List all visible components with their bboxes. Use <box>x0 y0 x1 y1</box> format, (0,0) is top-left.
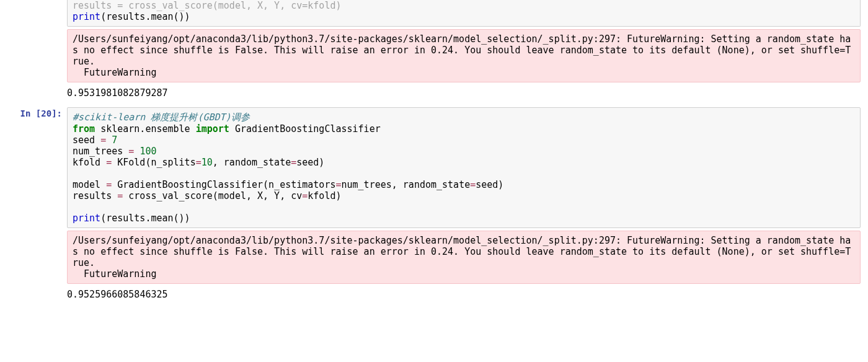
stdout-output: 0.9525966085846325 <box>67 285 868 306</box>
output-cell-prev-value: 0.9531981082879287 <box>0 84 868 105</box>
notebook: results = cross_val_score(model, X, Y, c… <box>0 0 868 306</box>
code-line-cut: results = cross_val_score(model, X, Y, c… <box>73 0 341 11</box>
code-line-blank2 <box>73 201 78 213</box>
code-line-seed: seed = 7 <box>73 135 117 146</box>
stderr-warning: /Users/sunfeiyang/opt/anaconda3/lib/pyth… <box>67 231 861 284</box>
code-input-prev[interactable]: results = cross_val_score(model, X, Y, c… <box>67 0 861 27</box>
stderr-warning: /Users/sunfeiyang/opt/anaconda3/lib/pyth… <box>67 29 861 82</box>
prompt-empty <box>0 0 67 27</box>
code-line-numtrees: num_trees = 100 <box>73 146 156 157</box>
code-input-20[interactable]: #scikit-learn 梯度提升树(GBDT)调参 from sklearn… <box>67 107 861 228</box>
code-cell-20: In [20]: #scikit-learn 梯度提升树(GBDT)调参 fro… <box>0 105 868 228</box>
code-line-results: results = cross_val_score(model, X, Y, c… <box>73 190 341 201</box>
code-line-print: print(results.mean()) <box>73 11 190 22</box>
input-prompt: In [20]: <box>0 105 67 228</box>
output-cell-20-warning: /Users/sunfeiyang/opt/anaconda3/lib/pyth… <box>0 228 868 285</box>
stdout-output: 0.9531981082879287 <box>67 84 868 105</box>
output-cell-prev-warning: /Users/sunfeiyang/opt/anaconda3/lib/pyth… <box>0 27 868 84</box>
code-line-kfold: kfold = KFold(n_splits=10, random_state=… <box>73 157 324 168</box>
code-cell-prev-tail: results = cross_val_score(model, X, Y, c… <box>0 0 868 27</box>
code-line-print2: print(results.mean()) <box>73 213 190 224</box>
output-cell-20-value: 0.9525966085846325 <box>0 285 868 306</box>
code-line-blank1 <box>73 168 78 179</box>
code-comment: #scikit-learn 梯度提升树(GBDT)调参 <box>73 112 250 123</box>
code-line-import: from sklearn.ensemble import GradientBoo… <box>73 123 381 135</box>
code-line-model: model = GradientBoostingClassifier(n_est… <box>73 179 503 190</box>
